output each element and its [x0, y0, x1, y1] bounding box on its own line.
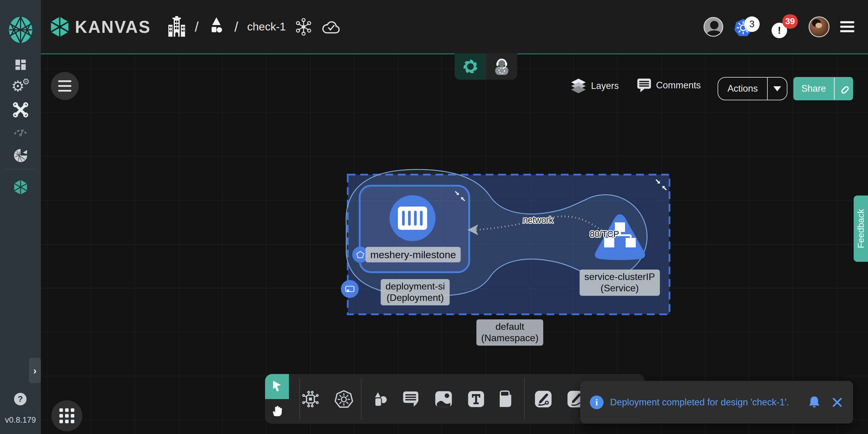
sidebar-item-lifecycle[interactable]: ⚙ ⚙ — [0, 79, 41, 94]
main-menu-button[interactable] — [840, 19, 854, 35]
kubernetes-wheel-icon — [335, 390, 353, 408]
apps-grid-button[interactable] — [51, 400, 82, 431]
text-icon — [468, 391, 485, 407]
namespace-name: default — [481, 321, 538, 333]
shapes-tool[interactable] — [371, 374, 390, 424]
sidebar-item-configuration[interactable] — [0, 102, 41, 118]
text-tool[interactable] — [467, 374, 486, 424]
support-agent-button[interactable] — [486, 54, 517, 80]
comments-button[interactable]: Comments — [637, 78, 701, 93]
kanvas-logo-icon — [49, 16, 71, 38]
headset-agent-icon — [493, 57, 511, 76]
namespace-badge[interactable] — [341, 280, 359, 298]
notification-toast[interactable]: i Deployment completed for design 'check… — [580, 381, 853, 424]
layers-label: Layers — [591, 81, 619, 91]
small-gear-icon: ⚙ — [22, 78, 30, 94]
breadcrumb-separator: / — [195, 19, 198, 35]
pod-icon — [356, 250, 365, 259]
feedback-tab[interactable]: Feedback — [854, 195, 868, 262]
version-label: v0.8.179 — [0, 415, 41, 425]
service-port-label: 80/TCP — [590, 229, 619, 239]
cloud-saved-icon — [321, 19, 341, 35]
chevron-down-icon — [773, 86, 781, 91]
avatar-head — [710, 21, 718, 29]
meshery-logo[interactable] — [0, 17, 41, 43]
deployment-name: deployment-si — [385, 281, 445, 292]
layers-icon — [571, 78, 586, 94]
chevron-right-icon: › — [33, 365, 36, 376]
collapse-deployment-icon[interactable] — [454, 190, 466, 203]
sidebar-item-performance[interactable] — [0, 124, 41, 137]
sidebar-item-extensions[interactable] — [0, 148, 41, 163]
user-avatar[interactable] — [809, 17, 830, 37]
feedback-label: Feedback — [856, 209, 866, 248]
design-graph-icon[interactable] — [295, 18, 312, 35]
environment-toolbar — [455, 54, 517, 80]
canvas-menu-button[interactable] — [51, 72, 79, 100]
avatar-body — [706, 30, 722, 37]
kubernetes-tool[interactable] — [334, 374, 353, 424]
hand-icon — [271, 405, 283, 418]
note-frame-icon — [496, 391, 514, 408]
sidebar-item-kanvas[interactable] — [0, 179, 41, 195]
question-icon: ? — [18, 394, 23, 404]
sidebar-divider — [4, 169, 37, 169]
meshsync-spiral-icon — [461, 58, 479, 75]
close-icon[interactable] — [832, 397, 842, 407]
actions-dropdown[interactable] — [768, 86, 787, 91]
toast-message: Deployment completed for design 'check-1… — [610, 397, 789, 408]
kubernetes-context-switcher[interactable]: 3 — [734, 17, 760, 37]
deployment-kind: (Deployment) — [385, 292, 445, 304]
copy-link-button[interactable] — [835, 83, 853, 94]
breadcrumb-separator: / — [234, 19, 238, 35]
meshsync-button[interactable] — [455, 54, 486, 80]
chip-icon — [302, 391, 319, 408]
namespace-kind: (Namespace) — [481, 333, 538, 344]
link-icon — [838, 83, 849, 94]
comments-label: Comments — [656, 80, 701, 91]
service-kind: (Service) — [584, 283, 655, 294]
toolbar-divider — [524, 378, 525, 420]
design-name[interactable]: check-1 — [247, 21, 286, 33]
toolbar-divider — [361, 378, 362, 420]
media-tool[interactable] — [434, 374, 453, 424]
layers-button[interactable]: Layers — [571, 78, 619, 94]
share-label: Share — [794, 83, 834, 94]
actions-button[interactable]: Actions — [718, 77, 787, 100]
header-actions: 3 ! 39 — [704, 14, 854, 39]
container-node[interactable] — [390, 195, 435, 241]
bell-icon[interactable] — [808, 396, 820, 409]
comments-icon — [637, 78, 651, 93]
actions-label: Actions — [718, 83, 767, 94]
kanvas-logo[interactable]: KANVAS — [49, 16, 151, 38]
anonymous-avatar[interactable] — [704, 17, 723, 37]
comment-tool[interactable] — [401, 374, 420, 424]
pen-edge-icon — [535, 391, 552, 408]
cursor-icon — [271, 380, 283, 393]
organization-icon[interactable] — [167, 16, 186, 38]
breadcrumb: / / check-1 — [167, 16, 341, 38]
deployment-label-chip: deployment-si (Deployment) — [380, 279, 450, 305]
namespace-mini-icon — [345, 285, 355, 293]
toolbar-divider — [299, 378, 300, 420]
collapse-namespace-icon[interactable] — [654, 178, 668, 192]
help-button[interactable]: ? — [14, 393, 27, 405]
left-sidebar: ⚙ ⚙ — [0, 0, 41, 434]
notifications-button[interactable]: ! 39 — [770, 14, 798, 39]
sidebar-expand-button[interactable]: › — [29, 358, 41, 383]
comment-icon — [402, 391, 419, 407]
sidebar-item-dashboard[interactable] — [0, 58, 41, 72]
edge-pen-tool[interactable] — [534, 374, 553, 424]
avatar-face — [815, 23, 822, 28]
designs-icon[interactable] — [208, 17, 225, 37]
share-button[interactable]: Share — [794, 77, 853, 100]
container-label-chip: meshery-milestone — [365, 247, 461, 262]
container-icon — [398, 207, 427, 230]
note-tool[interactable] — [495, 374, 514, 424]
namespace-label-chip: default (Namespace) — [476, 319, 543, 346]
select-tool[interactable] — [265, 374, 289, 399]
pan-tool[interactable] — [265, 399, 289, 424]
image-icon — [435, 391, 452, 407]
components-tool[interactable] — [301, 374, 320, 424]
top-header: KANVAS / / check — [41, 0, 868, 54]
